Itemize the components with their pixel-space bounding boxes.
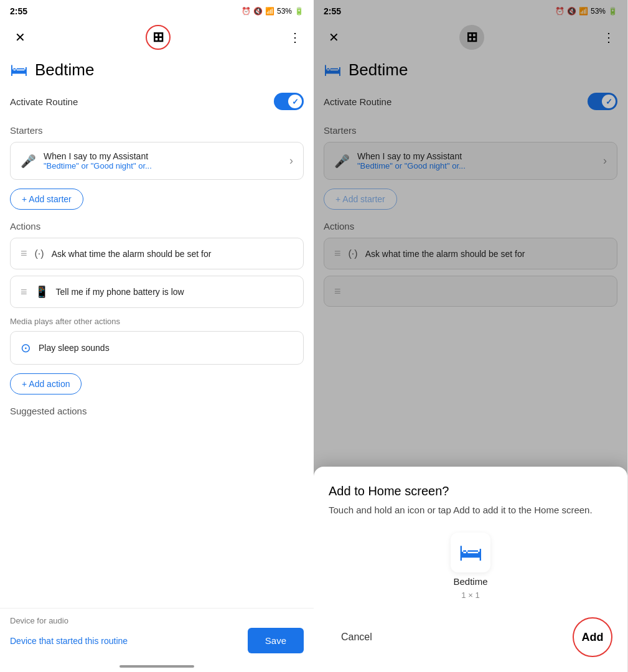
actions-label: Actions <box>10 221 304 231</box>
dialog-cancel-button[interactable]: Cancel <box>329 625 385 649</box>
starters-label: Starters <box>10 125 304 136</box>
dialog-add-button[interactable]: Add <box>573 617 612 657</box>
alarm-icon: ⏰ <box>241 7 251 16</box>
page-heading-left: 🛏 Bedtime <box>10 55 304 90</box>
dialog-app-icon: 🛏 <box>451 533 490 572</box>
left-panel: 2:55 ⏰ 🔇 📶 53% 🔋 ✕ ⊞ ⋮ 🛏 Bedtime Activat… <box>0 0 314 672</box>
chevron-right-icon: › <box>289 154 293 167</box>
mute-icon: 🔇 <box>253 7 263 16</box>
action-2-text: Tell me if my phone battery is low <box>56 287 293 297</box>
add-action-button[interactable]: + Add action <box>10 373 82 394</box>
dialog-buttons: Cancel Add <box>329 617 612 657</box>
starter-card-text: When I say to my Assistant "Bedtime" or … <box>44 151 282 170</box>
action-card-1[interactable]: ≡ (·) Ask what time the alarm should be … <box>10 238 304 269</box>
dialog-app-size: 1 × 1 <box>461 590 479 600</box>
left-content: 🛏 Bedtime Activate Routine Starters 🎤 Wh… <box>0 55 314 608</box>
play-icon: ⊙ <box>21 340 31 355</box>
media-text: Play sleep sounds <box>39 343 293 353</box>
media-label: Media plays after other actions <box>10 317 304 326</box>
bottom-row: Device that started this routine Save <box>10 628 304 653</box>
overflow-menu-left[interactable]: ⋮ <box>284 25 306 50</box>
activate-toggle[interactable] <box>274 93 304 110</box>
status-icons-left: ⏰ 🔇 📶 53% 🔋 <box>241 7 304 16</box>
action-2-title: Tell me if my phone battery is low <box>56 287 293 297</box>
action-1-title: Ask what time the alarm should be set fo… <box>52 249 293 259</box>
drag-handle-1: ≡ <box>21 247 27 260</box>
page-title-left: Bedtime <box>35 60 94 80</box>
add-starter-button[interactable]: + Add starter <box>10 189 83 210</box>
bottom-indicator-left <box>0 661 314 672</box>
activate-routine-row: Activate Routine <box>10 90 304 120</box>
bottom-bar-left: Device for audio Device that started thi… <box>0 608 314 661</box>
add-to-homescreen-dialog: Add to Home screen? Touch and hold an ic… <box>314 467 627 672</box>
battery-text-left: 53% <box>277 7 292 16</box>
media-card[interactable]: ⊙ Play sleep sounds <box>10 331 304 365</box>
dialog-body: Touch and hold an icon or tap Add to add… <box>329 505 612 515</box>
drag-handle-2: ≡ <box>21 286 27 299</box>
device-link[interactable]: Device that started this routine <box>10 636 128 646</box>
action-card-2[interactable]: ≡ 📱 Tell me if my phone battery is low <box>10 276 304 308</box>
dialog-title: Add to Home screen? <box>329 484 612 498</box>
wifi-icon: 📶 <box>265 7 274 16</box>
top-bar-left: ✕ ⊞ ⋮ <box>0 20 314 55</box>
media-title: Play sleep sounds <box>39 343 293 353</box>
close-button-left[interactable]: ✕ <box>7 25 32 50</box>
activate-label: Activate Routine <box>10 96 78 107</box>
shortcut-icon-left[interactable]: ⊞ <box>146 25 171 50</box>
speaker-icon-1: (·) <box>35 248 44 259</box>
status-time-left: 2:55 <box>10 6 27 16</box>
starter-card[interactable]: 🎤 When I say to my Assistant "Bedtime" o… <box>10 142 304 180</box>
save-button[interactable]: Save <box>248 628 304 653</box>
starter-title: When I say to my Assistant <box>44 151 282 161</box>
phone-icon: 📱 <box>35 285 49 299</box>
mic-icon: 🎤 <box>21 154 36 169</box>
right-panel: 2:55 ⏰ 🔇 📶 53% 🔋 ✕ ⊞ ⋮ 🛏 Bedtime Activat… <box>314 0 627 672</box>
nav-indicator-left <box>120 665 194 668</box>
dialog-icon-area: 🛏 Bedtime 1 × 1 <box>329 533 612 600</box>
suggested-actions-label: Suggested actions <box>10 406 304 416</box>
action-1-text: Ask what time the alarm should be set fo… <box>52 249 293 259</box>
status-bar-left: 2:55 ⏰ 🔇 📶 53% 🔋 <box>0 0 314 20</box>
dialog-app-name: Bedtime <box>453 576 487 587</box>
battery-icon-left: 🔋 <box>294 7 304 16</box>
bed-icon-left: 🛏 <box>10 60 27 80</box>
starter-subtitle: "Bedtime" or "Good night" or... <box>44 161 282 170</box>
toggle-knob <box>288 95 302 108</box>
device-audio-label: Device for audio <box>10 616 304 625</box>
